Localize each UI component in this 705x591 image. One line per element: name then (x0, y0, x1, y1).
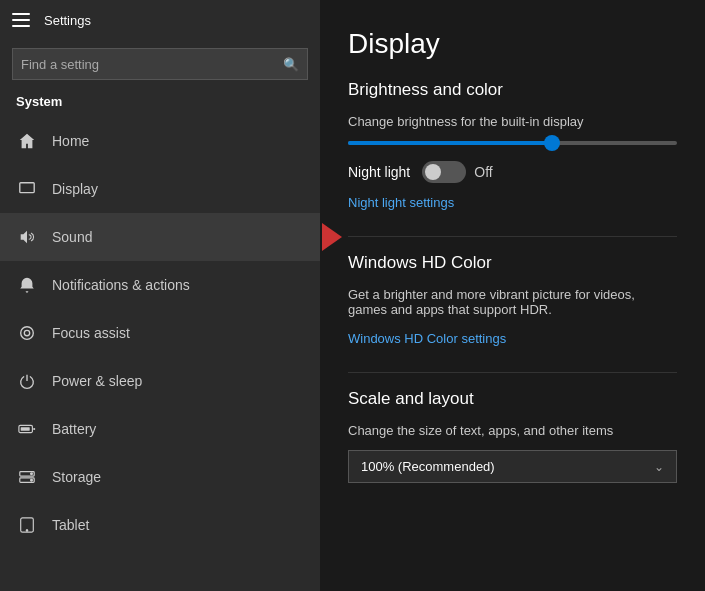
scale-dropdown-value: 100% (Recommended) (361, 459, 495, 474)
sidebar-item-storage-label: Storage (52, 469, 101, 485)
sound-icon (16, 228, 38, 246)
sidebar-item-sound[interactable]: Sound (0, 213, 320, 261)
sidebar-item-battery[interactable]: Battery (0, 405, 320, 453)
sidebar-item-power-label: Power & sleep (52, 373, 142, 389)
scale-dropdown[interactable]: 100% (Recommended) ⌄ (348, 450, 677, 483)
sidebar-item-display[interactable]: Display (0, 165, 320, 213)
sidebar-item-power-sleep[interactable]: Power & sleep (0, 357, 320, 405)
sidebar-item-home-label: Home (52, 133, 89, 149)
sidebar-title: Settings (44, 13, 91, 28)
power-icon (16, 372, 38, 390)
chevron-down-icon: ⌄ (654, 460, 664, 474)
hamburger-icon[interactable] (12, 13, 30, 27)
sidebar-item-focus-assist-label: Focus assist (52, 325, 130, 341)
hd-color-heading: Windows HD Color (348, 253, 677, 273)
sidebar-item-storage[interactable]: Storage (0, 453, 320, 501)
svg-point-8 (31, 479, 33, 481)
search-input[interactable] (21, 57, 283, 72)
slider-thumb[interactable] (544, 135, 560, 151)
scale-description: Change the size of text, apps, and other… (348, 423, 677, 438)
sidebar-item-tablet-label: Tablet (52, 517, 89, 533)
sidebar: Settings 🔍 System Home Display Sound Not (0, 0, 320, 591)
sidebar-item-sound-label: Sound (52, 229, 92, 245)
brightness-slider[interactable] (348, 141, 677, 145)
hd-color-description: Get a brighter and more vibrant picture … (348, 287, 677, 317)
svg-rect-4 (21, 427, 30, 431)
arrow-indicator (322, 223, 342, 251)
svg-point-2 (24, 330, 29, 335)
svg-rect-0 (20, 183, 34, 193)
home-icon (16, 132, 38, 150)
system-section-label: System (0, 90, 320, 117)
night-light-row: Night light Off (348, 161, 677, 183)
storage-icon (16, 468, 38, 486)
page-title: Display (348, 28, 677, 60)
brightness-label: Change brightness for the built-in displ… (348, 114, 677, 129)
sidebar-item-home[interactable]: Home (0, 117, 320, 165)
hd-color-settings-link[interactable]: Windows HD Color settings (348, 331, 506, 346)
scale-heading: Scale and layout (348, 389, 677, 409)
slider-fill (348, 141, 552, 145)
focus-assist-icon (16, 324, 38, 342)
main-content: Display Brightness and color Change brig… (320, 0, 705, 591)
night-light-state: Off (474, 164, 492, 180)
sidebar-item-notifications[interactable]: Notifications & actions (0, 261, 320, 309)
divider-1 (348, 236, 677, 237)
divider-2 (348, 372, 677, 373)
sidebar-item-display-label: Display (52, 181, 98, 197)
night-light-toggle[interactable] (422, 161, 466, 183)
search-icon: 🔍 (283, 57, 299, 72)
sidebar-item-notifications-label: Notifications & actions (52, 277, 190, 293)
sidebar-item-tablet[interactable]: Tablet (0, 501, 320, 549)
battery-icon (16, 420, 38, 438)
svg-point-1 (21, 327, 34, 340)
tablet-icon (16, 516, 38, 534)
notifications-icon (16, 276, 38, 294)
toggle-knob (425, 164, 441, 180)
search-box[interactable]: 🔍 (12, 48, 308, 80)
svg-point-7 (31, 473, 33, 475)
sidebar-item-battery-label: Battery (52, 421, 96, 437)
night-light-label: Night light (348, 164, 410, 180)
svg-point-10 (26, 530, 27, 531)
titlebar: Settings (0, 0, 320, 40)
brightness-heading: Brightness and color (348, 80, 677, 100)
sidebar-item-focus-assist[interactable]: Focus assist (0, 309, 320, 357)
display-icon (16, 180, 38, 198)
slider-track (348, 141, 677, 145)
night-light-settings-link[interactable]: Night light settings (348, 195, 454, 210)
